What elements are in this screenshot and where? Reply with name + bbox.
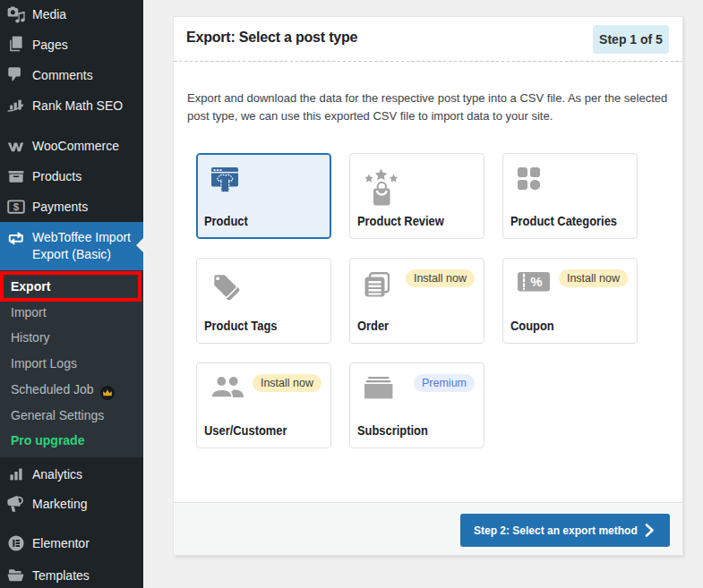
svg-text:$: $ xyxy=(13,201,20,212)
svg-text:%: % xyxy=(530,274,542,289)
